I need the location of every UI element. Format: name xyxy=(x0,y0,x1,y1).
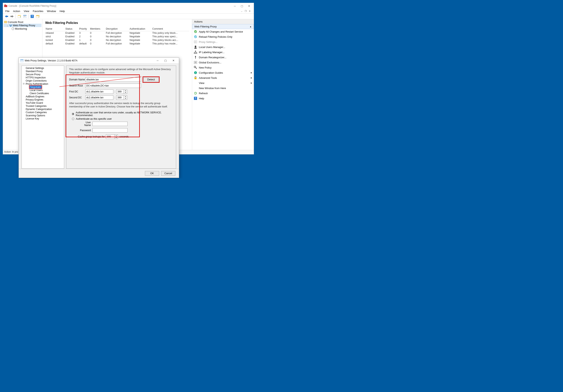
action-domain-recat[interactable]: Domain Recategorizer... xyxy=(192,55,254,60)
action-config-guides[interactable]: iConfiguration Guides xyxy=(192,70,254,75)
action-local-users[interactable]: Local Users Manager... xyxy=(192,44,254,50)
forward-button[interactable] xyxy=(10,14,14,19)
svg-point-43 xyxy=(194,66,196,68)
tree-dynamic-categorization[interactable]: Dynamic Categorization xyxy=(22,108,64,111)
dialog-maximize-button[interactable]: ▢ xyxy=(162,58,169,63)
radio-network-service[interactable]: Authenticate as user that service runs u… xyxy=(72,111,173,117)
username-label: User Name xyxy=(79,121,92,126)
action-view[interactable]: View xyxy=(192,80,254,86)
check-blue-icon xyxy=(194,35,197,38)
table-row[interactable]: strictEnabled20No decryptionNegotiateThi… xyxy=(45,35,189,38)
second-dc-input[interactable] xyxy=(85,95,113,100)
svg-rect-1 xyxy=(5,5,6,5)
table-header[interactable]: Name Status Priority Members Decryption … xyxy=(45,27,189,31)
dialog-close-button[interactable]: ✕ xyxy=(169,58,177,63)
action-new-window[interactable]: New Window from Here xyxy=(192,86,254,91)
list-icon xyxy=(194,61,197,64)
mdi-minimize-button[interactable]: – xyxy=(240,10,243,13)
ok-button[interactable]: OK xyxy=(145,171,159,176)
collapse-icon: ▲ xyxy=(250,25,252,28)
tree-proxy-authentication[interactable]: Proxy Authentication xyxy=(22,82,64,86)
table-row[interactable]: defaultEnableddefault0Full decryptionNeg… xyxy=(45,42,189,45)
tree-custom-categories[interactable]: Custom Categories xyxy=(22,111,64,114)
cache-label-pre: Cache group lookups for xyxy=(78,135,105,138)
search-root-input[interactable] xyxy=(85,84,141,88)
tree-console-root[interactable]: Console Root xyxy=(4,20,41,24)
action-global-exclusions[interactable]: Global Exclusions... xyxy=(192,60,254,65)
tree-local-users[interactable]: Local Users xyxy=(22,89,64,92)
svg-point-28 xyxy=(195,46,196,47)
svg-rect-5 xyxy=(18,15,21,16)
action-ip-labeling[interactable]: IP Labeling Manager... xyxy=(192,50,254,55)
second-dc-label: Second DC xyxy=(69,96,85,99)
second-dc-port-stepper[interactable]: ▲▼ xyxy=(124,95,127,100)
tree-license-key[interactable]: License Key xyxy=(22,117,64,120)
menu-file[interactable]: File xyxy=(5,10,10,13)
first-dc-input[interactable] xyxy=(85,89,113,94)
cancel-button[interactable]: Cancel xyxy=(161,171,175,176)
dialog-icon xyxy=(20,59,24,62)
show-hide-tree-button[interactable] xyxy=(17,14,22,19)
mdi-restore-button[interactable]: ❐ xyxy=(244,10,247,13)
cache-seconds-stepper[interactable]: ▲▼ xyxy=(115,135,118,139)
svg-rect-17 xyxy=(9,25,11,25)
tree-adblock-engines[interactable]: AdBlock Engines xyxy=(22,95,64,98)
tree-secure-proxy[interactable]: Secure Proxy xyxy=(22,73,64,76)
radio-specific-user[interactable]: Authenticate as this specific user xyxy=(72,117,173,120)
tree-monitoring[interactable]: Monitoring xyxy=(4,27,41,30)
svg-line-21 xyxy=(11,25,12,26)
table-row[interactable]: relaxedEnabled30Full decryptionNegotiate… xyxy=(45,31,189,35)
cache-seconds-input[interactable] xyxy=(106,135,115,139)
back-button[interactable] xyxy=(4,14,9,19)
first-dc-port-stepper[interactable]: ▲▼ xyxy=(124,89,127,94)
password-input[interactable] xyxy=(92,128,128,133)
action-refresh[interactable]: Refresh xyxy=(192,91,254,96)
table-row[interactable]: lockedEnabled10No decryptionNegotiateThi… xyxy=(45,38,189,42)
second-dc-port-input[interactable] xyxy=(116,95,124,100)
svg-text:?: ? xyxy=(195,97,196,100)
action-reload-policies[interactable]: Reload Filtering Policies Only xyxy=(192,34,254,39)
menu-favorites[interactable]: Favorites xyxy=(33,10,43,13)
username-input[interactable] xyxy=(92,122,128,126)
tree-youtube-guard[interactable]: YouTube Guard xyxy=(22,101,64,104)
svg-point-23 xyxy=(194,35,197,38)
tree-general-settings[interactable]: General Settings xyxy=(22,66,64,70)
menu-help[interactable]: Help xyxy=(60,10,65,13)
action-advanced-tools[interactable]: Advanced Tools xyxy=(192,75,254,80)
detect-button[interactable]: Detect xyxy=(143,77,159,82)
svg-rect-19 xyxy=(10,26,11,27)
svg-rect-31 xyxy=(195,53,196,53)
action-help[interactable]: ?Help xyxy=(192,96,254,101)
menu-view[interactable]: View xyxy=(24,10,29,13)
cache-label-post: seconds xyxy=(119,135,129,138)
dialog-minimize-button[interactable]: ─ xyxy=(154,58,162,63)
tree-scanning-options[interactable]: Scanning Options xyxy=(22,114,64,117)
menu-window[interactable]: Window xyxy=(47,10,56,13)
actions-header: Actions xyxy=(192,19,254,24)
close-button[interactable]: ✕ xyxy=(245,3,253,8)
action-apply-changes[interactable]: Apply All Changes and Restart Service xyxy=(192,29,254,34)
tree-standard-proxy[interactable]: Standard Proxy xyxy=(22,70,64,73)
actions-subheader[interactable]: Web Filtering Proxy▲ xyxy=(192,24,254,29)
maximize-button[interactable]: ▢ xyxy=(238,3,245,8)
domain-name-input[interactable] xyxy=(85,77,141,82)
chevron-down-icon xyxy=(7,24,9,27)
minimize-button[interactable]: ─ xyxy=(231,3,238,8)
mdi-close-button[interactable]: ✕ xyxy=(248,10,251,13)
menu-bar: File Action View Favorites Window Help –… xyxy=(3,9,254,14)
action-new-policy[interactable]: New Policy xyxy=(192,65,254,70)
tree-origin-connections[interactable]: Origin Connections xyxy=(22,79,64,82)
folder-icon xyxy=(4,21,7,23)
tree-trusted-categories[interactable]: Trusted Categories xyxy=(22,104,64,108)
first-dc-port-input[interactable] xyxy=(116,89,124,94)
tree-https-inspection[interactable]: HTTPS Inspection xyxy=(22,76,64,79)
tree-privacy-engines[interactable]: Privacy Engines xyxy=(22,98,64,101)
tree-negotiate[interactable]: Negotiate xyxy=(22,86,64,89)
menu-action[interactable]: Action xyxy=(13,10,20,13)
new-window-button[interactable] xyxy=(35,14,40,19)
help-button[interactable]: ? xyxy=(30,14,35,19)
tree-client-certificates[interactable]: Client Certificates xyxy=(22,92,64,95)
properties-button[interactable] xyxy=(23,14,27,19)
tree-web-filtering-proxy[interactable]: Web Filtering Proxy xyxy=(4,24,41,27)
action-proxy-settings[interactable]: Proxy Settings... xyxy=(192,39,254,44)
